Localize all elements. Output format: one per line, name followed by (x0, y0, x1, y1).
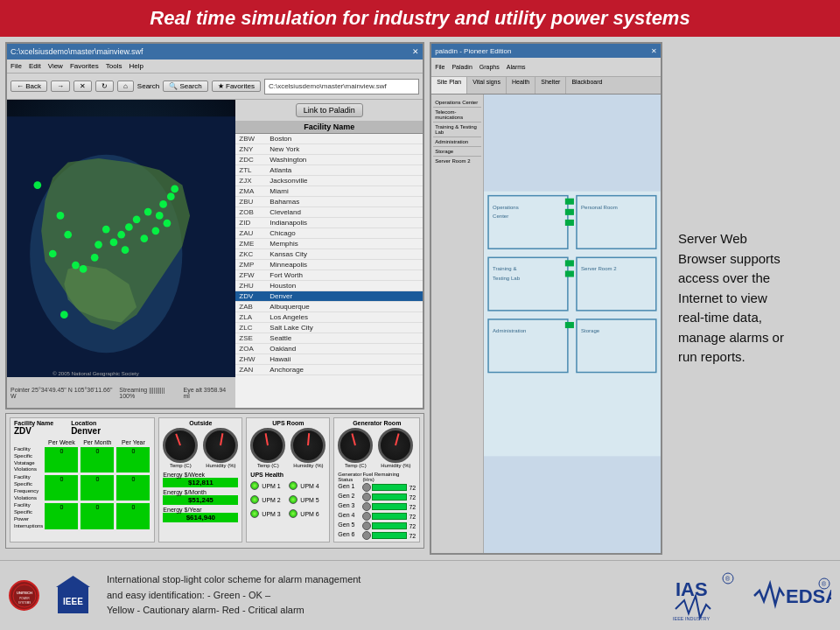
menu-favorites[interactable]: Favorites (70, 62, 99, 70)
facility-row[interactable]: ZAB Albuquerque (235, 302, 423, 312)
facility-row[interactable]: ZOB Cleveland (235, 207, 423, 218)
nav-telecom[interactable]: Telecom-munications (433, 108, 481, 122)
link-to-paladin-button[interactable]: Link to Paladin (296, 103, 363, 117)
stop-button[interactable]: ✕ (74, 80, 92, 92)
facility-row[interactable]: ZNY New York (235, 144, 423, 155)
facility-row[interactable]: ZTL Atlanta (235, 165, 423, 176)
facility-row[interactable]: ZMA Miami (235, 186, 423, 197)
facility-row[interactable]: ZHU Houston (235, 281, 423, 291)
facility-panel: Link to Paladin Facility Name ZBW Boston… (235, 100, 423, 408)
facility-code: ZKC (239, 250, 270, 258)
menu-help[interactable]: Help (129, 62, 143, 70)
facility-row[interactable]: ZDV Denver (235, 291, 423, 302)
svg-text:POWER: POWER (19, 597, 30, 600)
svg-text:IEEE: IEEE (63, 597, 83, 606)
facility-row[interactable]: ZAU Chicago (235, 228, 423, 239)
facility-row[interactable]: ZFW Fort Worth (235, 270, 423, 281)
facility-name: Seattle (270, 334, 419, 342)
gen-temp-gauge (338, 428, 373, 463)
scada-menu-graphs[interactable]: Graphs (480, 64, 500, 70)
facility-row[interactable]: ZID Indianapolis (235, 218, 423, 228)
header: Real time simulation for industry and ut… (0, 0, 840, 37)
back-button[interactable]: ← Back (10, 80, 47, 92)
energy-week-value: $12,811 (163, 478, 238, 487)
right-text-line1: Server Web (678, 231, 747, 246)
facility-name: Boston (270, 135, 419, 143)
browser-close-icon[interactable]: ✕ (412, 47, 419, 56)
upm1-label: UPM 1 (262, 483, 280, 489)
facility-name: Cleveland (270, 208, 419, 216)
nav-storage[interactable]: Storage (433, 147, 481, 157)
browser-topbar: ← Back → ✕ ↻ ⌂ Search 🔍 Search ★ Favorit… (7, 74, 423, 100)
facility-list[interactable]: ZBW Boston ZNY New York ZDC Washington Z… (235, 134, 423, 408)
scada-panel: paladin - Pioneer Edition ✕ File Paladin… (430, 42, 662, 555)
svg-text:Testing Lab: Testing Lab (493, 276, 521, 281)
menu-file[interactable]: File (10, 62, 22, 70)
nav-admin[interactable]: Administration (433, 137, 481, 147)
tab-health[interactable]: Health (507, 77, 536, 94)
gen2-status (362, 493, 371, 501)
tab-site-plan[interactable]: Site Plan (431, 77, 467, 94)
nav-training[interactable]: Training & Testing Lab (433, 122, 481, 137)
outside-title: Outside (163, 420, 238, 426)
svg-text:Operations: Operations (493, 205, 519, 210)
power-month: 0 (80, 503, 114, 528)
home-button[interactable]: ⌂ (117, 80, 134, 92)
facility-row[interactable]: ZLC Salt Lake City (235, 323, 423, 333)
facility-row[interactable]: ZAN Anchorage (235, 365, 423, 375)
facility-row[interactable]: ZSE Seattle (235, 333, 423, 344)
facility-name: Albuquerque (270, 303, 419, 311)
facility-name: Bahamas (270, 198, 419, 206)
scada-menu-alarms[interactable]: Alarms (507, 64, 526, 70)
favorites-button[interactable]: ★ Favorites (212, 80, 261, 92)
facility-row[interactable]: ZHW Hawaii (235, 354, 423, 365)
menu-tools[interactable]: Tools (106, 62, 122, 70)
scada-close-icon[interactable]: ✕ (651, 47, 657, 55)
scada-menu-paladin[interactable]: Paladin (452, 64, 472, 70)
tab-shelter[interactable]: Shelter (536, 77, 566, 94)
facility-code: ZMA (239, 187, 270, 195)
refresh-button[interactable]: ↻ (95, 80, 114, 92)
facility-row[interactable]: ZMP Minneapolis (235, 260, 423, 270)
facility-name: Atlanta (270, 166, 419, 174)
scada-menu-file[interactable]: File (435, 64, 444, 70)
scada-toolbar: File Paladin Graphs Alarms (431, 58, 661, 77)
ups-title: UPS Room (250, 420, 326, 426)
browser-inner: © 2005 National Geographic Society keyho… (7, 100, 423, 408)
menu-view[interactable]: View (48, 62, 63, 70)
generator-gauges: Temp (C) Humidity (%) (338, 428, 416, 468)
svg-point-13 (110, 239, 118, 247)
svg-point-14 (102, 226, 110, 234)
svg-text:SYSTEMS: SYSTEMS (18, 601, 30, 605)
address-bar[interactable] (264, 79, 419, 94)
nav-server-room[interactable]: Server Room 2 (433, 157, 481, 165)
monitor-panel: Facility Name ZDV Location Denver Per We… (5, 413, 424, 549)
nav-ops-center[interactable]: Operations Center (433, 98, 481, 108)
browser-menu: File Edit View Favorites Tools Help (7, 60, 423, 74)
facility-name: Anchorage (270, 366, 419, 374)
search-button[interactable]: 🔍 Search (163, 80, 208, 92)
svg-text:Server Room 2: Server Room 2 (581, 266, 617, 271)
forward-button[interactable]: → (51, 80, 70, 92)
tab-vital-signs[interactable]: Vital signs (467, 77, 507, 94)
upm4-indicator: UPM 4 (289, 481, 326, 490)
facility-code: ZJX (239, 177, 270, 185)
facility-row[interactable]: ZOA Oakland (235, 344, 423, 354)
facility-row[interactable]: ZJX Jacksonville (235, 176, 423, 186)
gen6-label: Gen 6 (338, 531, 361, 540)
left-panel: C:\xcelsiusdemo\master\mainview.swf ✕ Fi… (5, 42, 424, 555)
facility-row[interactable]: ZBW Boston (235, 134, 423, 144)
facility-row[interactable]: ZDC Washington (235, 155, 423, 165)
menu-edit[interactable]: Edit (29, 62, 41, 70)
svg-point-23 (33, 181, 41, 189)
facility-row[interactable]: ZBU Bahamas (235, 197, 423, 207)
facility-code: ZBW (239, 135, 270, 143)
facility-row[interactable]: ZKC Kansas City (235, 249, 423, 260)
gen1-label: Gen 1 (338, 483, 361, 492)
gen6-fuel: 72 (372, 531, 416, 540)
tab-blackboard[interactable]: Blackboard (566, 77, 607, 94)
facility-row[interactable]: ZME Memphis (235, 239, 423, 249)
facility-row[interactable]: ZLA Los Angeles (235, 312, 423, 323)
svg-point-5 (156, 212, 164, 220)
svg-rect-47 (565, 322, 574, 328)
